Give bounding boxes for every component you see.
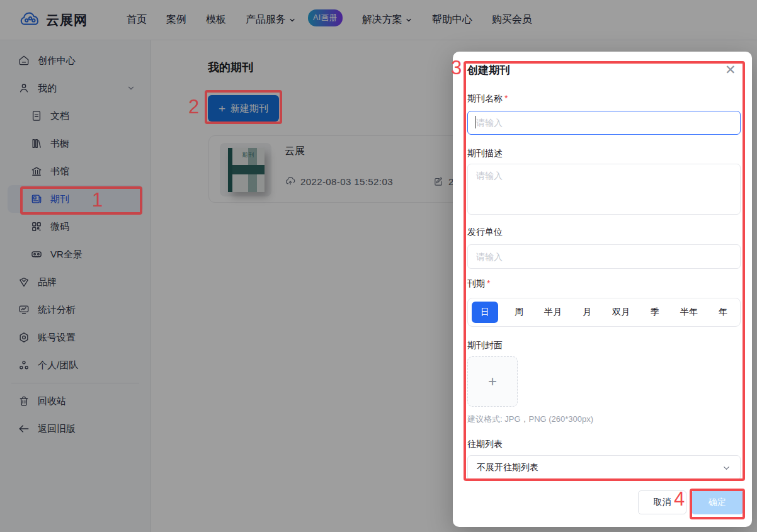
period-option-半月[interactable]: 半月 bbox=[536, 307, 570, 318]
period-option-monthly[interactable]: 月 bbox=[570, 307, 604, 318]
journal-description-textarea[interactable] bbox=[467, 164, 741, 215]
journal-name-label: 期刊名称* bbox=[467, 93, 508, 105]
archive-list-label: 往期列表 bbox=[467, 439, 503, 450]
period-option-weekly[interactable]: 周 bbox=[502, 307, 536, 318]
period-option-daily[interactable]: 日 bbox=[468, 302, 502, 323]
cover-format-hint: 建议格式: JPG，PNG (260*300px) bbox=[467, 414, 593, 425]
text-caret bbox=[475, 116, 476, 128]
confirm-button[interactable]: 确定 bbox=[692, 490, 743, 514]
required-asterisk: * bbox=[504, 93, 508, 103]
archive-list-value: 不展开往期列表 bbox=[477, 462, 538, 473]
journal-description-label: 期刊描述 bbox=[467, 148, 503, 159]
period-segmented-control: 日 周 半月 月 双月 季 半年 年 bbox=[467, 298, 741, 327]
publisher-label: 发行单位 bbox=[467, 227, 503, 238]
cover-upload-box[interactable]: + bbox=[467, 356, 518, 407]
chevron-down-icon bbox=[722, 463, 731, 473]
period-option-half-year[interactable]: 半年 bbox=[672, 307, 706, 318]
plus-icon: + bbox=[488, 373, 497, 390]
close-icon[interactable]: ✕ bbox=[725, 63, 736, 76]
period-option-quarterly[interactable]: 季 bbox=[638, 307, 672, 318]
period-option-bimonthly[interactable]: 双月 bbox=[604, 307, 638, 318]
required-asterisk: * bbox=[487, 278, 490, 288]
cancel-button[interactable]: 取消 bbox=[638, 490, 686, 514]
archive-list-select[interactable]: 不展开往期列表 bbox=[467, 455, 741, 480]
publisher-input[interactable] bbox=[467, 244, 741, 269]
period-label: 刊期* bbox=[467, 278, 490, 290]
period-option-yearly[interactable]: 年 bbox=[706, 307, 740, 318]
modal-title: 创建期刊 bbox=[467, 63, 510, 77]
journal-cover-label: 期刊封面 bbox=[467, 340, 503, 351]
create-journal-modal: 创建期刊 ✕ 期刊名称* 期刊描述 发行单位 刊期* 日 周 半月 月 双月 季… bbox=[453, 52, 752, 527]
journal-name-input[interactable] bbox=[467, 111, 741, 135]
